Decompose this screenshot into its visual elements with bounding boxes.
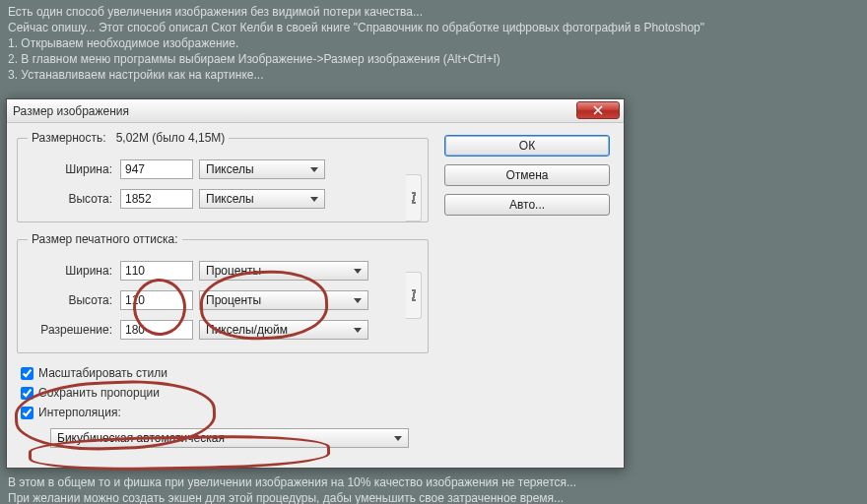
resolution-unit-select[interactable]: Пикселы/дюйм	[199, 320, 368, 340]
dialog-buttons: ОК Отмена Авто...	[444, 135, 610, 216]
text-line: Есть один способ увеличения изображения …	[8, 4, 859, 20]
svg-rect-0	[413, 195, 415, 201]
article-text-bottom: В этом в общем то и фишка при увеличении…	[0, 471, 584, 504]
file-size-summary: 5,02M (было 4,15M)	[116, 131, 226, 145]
ok-button[interactable]: ОК	[444, 135, 610, 157]
resolution-input[interactable]	[120, 320, 193, 340]
link-icon	[406, 272, 422, 319]
text-line: При желании можно создать экшен для этой…	[8, 490, 576, 504]
doc-width-label: Ширина:	[28, 264, 112, 278]
doc-width-input[interactable]	[120, 261, 193, 281]
group-legend: Размерность: 5,02M (было 4,15M)	[28, 131, 229, 145]
interpolation-select[interactable]: Бикубическая автоматическая	[50, 428, 409, 448]
document-size-group: Размер печатного оттиска: Ширина: Процен…	[17, 232, 429, 353]
text-line: 3. Устанавливаем настройки как на картин…	[8, 67, 859, 83]
doc-height-unit-select[interactable]: Проценты	[199, 290, 368, 310]
auto-button[interactable]: Авто...	[444, 194, 610, 216]
width-label: Ширина:	[28, 162, 112, 176]
resample-label: Интерполяция:	[38, 406, 121, 419]
titlebar: Размер изображения	[7, 99, 624, 123]
image-size-dialog: Размер изображения Размерность: 5,02M (б…	[6, 98, 625, 469]
article-text: Есть один способ увеличения изображения …	[0, 0, 867, 87]
pixel-height-input[interactable]	[120, 189, 193, 209]
text-line: В этом в общем то и фишка при увеличении…	[8, 474, 576, 490]
resolution-label: Разрешение:	[28, 323, 112, 337]
doc-height-label: Высота:	[28, 293, 112, 307]
cancel-button[interactable]: Отмена	[444, 164, 610, 186]
link-icon	[406, 174, 422, 221]
options-checks: Масштабировать стили Сохранить пропорции…	[21, 363, 614, 422]
text-line: 2. В главном меню программы выбираем Изо…	[8, 51, 859, 67]
group-legend: Размер печатного оттиска:	[28, 232, 182, 246]
svg-rect-1	[413, 292, 415, 298]
height-label: Высота:	[28, 192, 112, 206]
pixel-width-input[interactable]	[120, 159, 193, 179]
pixel-height-unit-select[interactable]: Пикселы	[199, 189, 325, 209]
scale-styles-checkbox[interactable]	[21, 367, 33, 380]
close-button[interactable]	[576, 101, 620, 119]
constrain-proportions-checkbox[interactable]	[21, 387, 33, 400]
close-icon	[593, 105, 603, 115]
text-line: 1. Открываем необходимое изображение.	[8, 35, 859, 51]
pixel-width-unit-select[interactable]: Пикселы	[199, 159, 325, 179]
constrain-label: Сохранить пропорции	[38, 386, 160, 400]
doc-height-input[interactable]	[120, 290, 193, 310]
text-line: Сейчас опишу... Этот способ описал Скот …	[8, 20, 859, 35]
resample-checkbox[interactable]	[21, 407, 33, 419]
dialog-title: Размер изображения	[13, 104, 129, 118]
pixel-dimensions-group: Размерность: 5,02M (было 4,15M) Ширина: …	[17, 131, 429, 222]
doc-width-unit-select[interactable]: Проценты	[199, 261, 368, 281]
scale-styles-label: Масштабировать стили	[38, 366, 167, 380]
